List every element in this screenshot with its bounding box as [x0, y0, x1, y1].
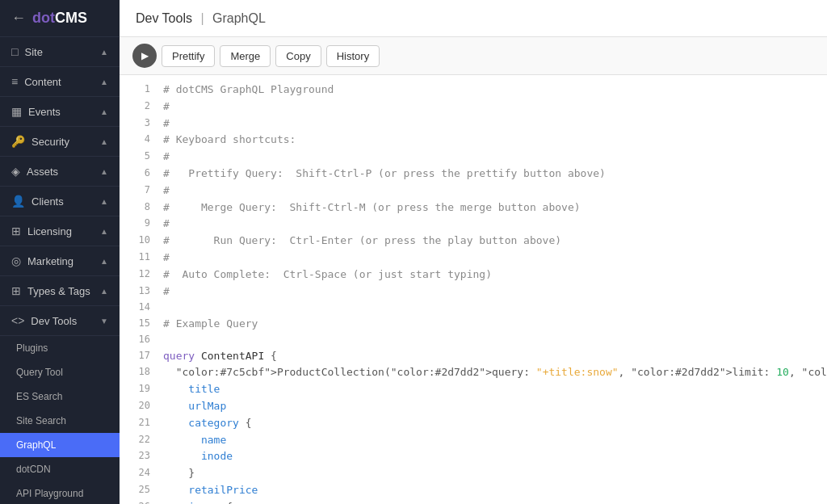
- sidebar-sub-es-search[interactable]: ES Search: [0, 384, 120, 409]
- line-number: 23: [126, 448, 150, 465]
- line-number: 22: [126, 432, 150, 449]
- line-number: 13: [126, 284, 150, 300]
- code-line: 16: [120, 332, 827, 347]
- line-content: query ContentAPI {: [163, 348, 277, 365]
- line-number: 20: [126, 398, 150, 415]
- line-number: 5: [126, 149, 150, 166]
- sidebar-item-site[interactable]: □ Site ▲: [0, 37, 120, 67]
- sidebar-item-dev-tools[interactable]: <> Dev Tools ▼: [0, 306, 120, 336]
- chevron-icon: ▲: [100, 107, 108, 116]
- copy-button[interactable]: Copy: [275, 45, 321, 67]
- line-content: category {: [163, 415, 252, 432]
- sidebar-item-label: Content: [24, 76, 61, 88]
- chevron-icon: ▲: [100, 48, 108, 57]
- sidebar-item-label: Site: [24, 46, 42, 58]
- line-content: # dotCMS GraphQL Playground: [163, 82, 334, 99]
- sidebar-item-label: Events: [28, 106, 61, 118]
- chevron-icon: ▲: [100, 78, 108, 86]
- line-number: 11: [126, 250, 150, 267]
- assets-icon: ◈: [11, 165, 20, 178]
- line-content: image {: [163, 499, 233, 504]
- code-line: 21 category {: [120, 415, 827, 432]
- dev-tools-icon: <>: [11, 314, 24, 327]
- chevron-icon: ▲: [100, 287, 108, 296]
- licensing-icon: ⊞: [11, 225, 21, 237]
- line-content: }: [163, 465, 195, 482]
- line-content: #: [163, 250, 170, 267]
- prettify-button[interactable]: Prettify: [162, 45, 215, 67]
- code-line: 18 "color:#7c5cbf">ProductCollection("co…: [120, 364, 827, 381]
- line-content: #: [163, 216, 170, 233]
- sidebar-item-marketing[interactable]: ◎ Marketing ▲: [0, 246, 120, 276]
- play-button[interactable]: ▶: [132, 44, 157, 68]
- site-icon: □: [11, 45, 18, 58]
- sidebar-sub-api-playground[interactable]: API Playground: [0, 481, 120, 504]
- code-line: 10# Run Query: Ctrl-Enter (or press the …: [120, 233, 827, 250]
- main-content: Dev Tools | GraphQL ▶ Prettify Merge Cop…: [120, 0, 827, 504]
- sidebar-item-assets[interactable]: ◈ Assets ▲: [0, 157, 120, 187]
- sidebar-item-label: Licensing: [27, 225, 72, 237]
- line-content: # Merge Query: Shift-Ctrl-M (or press th…: [163, 200, 581, 216]
- sidebar-sub-dotcdn[interactable]: dotCDN: [0, 457, 120, 481]
- merge-button[interactable]: Merge: [220, 45, 271, 67]
- sidebar-item-events[interactable]: ▦ Events ▲: [0, 97, 120, 127]
- sidebar-sub-graphql[interactable]: GraphQL: [0, 433, 120, 457]
- back-arrow-icon[interactable]: ←: [11, 10, 26, 27]
- code-line: 6# Prettify Query: Shift-Ctrl-P (or pres…: [120, 166, 827, 183]
- events-icon: ▦: [11, 105, 22, 118]
- logo-area: ← dotCMS: [0, 0, 120, 37]
- code-line: 20 urlMap: [120, 398, 827, 415]
- logo-dot: dot: [32, 10, 55, 26]
- breadcrumb-prefix: Dev Tools: [136, 11, 192, 25]
- line-content: #: [163, 149, 170, 166]
- sidebar-sub-site-search[interactable]: Site Search: [0, 409, 120, 433]
- sidebar-item-label: Clients: [31, 195, 64, 208]
- line-content: "color:#7c5cbf">ProductCollection("color…: [163, 364, 827, 381]
- code-line: 4# Keyboard shortcuts:: [120, 132, 827, 149]
- sidebar-item-licensing[interactable]: ⊞ Licensing ▲: [0, 216, 120, 246]
- code-line: 1# dotCMS GraphQL Playground: [120, 82, 827, 99]
- code-line: 15# Example Query: [120, 316, 827, 333]
- line-number: 17: [126, 348, 150, 365]
- sidebar-item-security[interactable]: 🔑 Security ▲: [0, 127, 120, 157]
- code-line: 3#: [120, 116, 827, 132]
- content-icon: ≡: [11, 75, 18, 88]
- sidebar-item-label: Types & Tags: [27, 285, 90, 297]
- breadcrumb-current: GraphQL: [212, 11, 266, 25]
- line-number: 6: [126, 166, 150, 183]
- header: Dev Tools | GraphQL: [120, 0, 827, 37]
- code-line: 17query ContentAPI {: [120, 348, 827, 365]
- sidebar-sub-plugins[interactable]: Plugins: [0, 336, 120, 360]
- code-line: 2#: [120, 99, 827, 116]
- code-line: 12# Auto Complete: Ctrl-Space (or just s…: [120, 267, 827, 284]
- chevron-icon: ▲: [100, 227, 108, 236]
- line-number: 14: [126, 300, 150, 315]
- line-number: 10: [126, 233, 150, 250]
- line-content: #: [163, 116, 170, 132]
- logo-cms: CMS: [55, 10, 87, 26]
- code-line: 7#: [120, 183, 827, 200]
- line-content: #: [163, 183, 170, 200]
- code-line: 25 retailPrice: [120, 482, 827, 499]
- sidebar-item-content[interactable]: ≡ Content ▲: [0, 67, 120, 97]
- chevron-icon: ▲: [100, 197, 108, 206]
- code-line: 8# Merge Query: Shift-Ctrl-M (or press t…: [120, 200, 827, 216]
- sidebar-item-types-tags[interactable]: ⊞ Types & Tags ▲: [0, 276, 120, 306]
- line-number: 19: [126, 381, 150, 398]
- sidebar-sub-query-tool[interactable]: Query Tool: [0, 360, 120, 384]
- breadcrumb: Dev Tools | GraphQL: [136, 11, 266, 26]
- line-content: # Prettify Query: Shift-Ctrl-P (or press…: [163, 166, 606, 183]
- chevron-down-icon: ▼: [100, 317, 108, 326]
- line-content: #: [163, 284, 170, 300]
- line-content: title: [163, 381, 220, 398]
- logo-text: dotCMS: [32, 10, 87, 27]
- sidebar-item-label: Assets: [27, 166, 58, 178]
- line-content: name: [163, 432, 226, 449]
- code-line: 9#: [120, 216, 827, 233]
- code-line: 24 }: [120, 465, 827, 482]
- sidebar-item-clients[interactable]: 👤 Clients ▲: [0, 187, 120, 216]
- line-number: 9: [126, 216, 150, 233]
- code-editor[interactable]: 1# dotCMS GraphQL Playground2#3#4# Keybo…: [120, 75, 827, 504]
- toolbar: ▶ Prettify Merge Copy History: [120, 37, 827, 75]
- history-button[interactable]: History: [326, 45, 380, 67]
